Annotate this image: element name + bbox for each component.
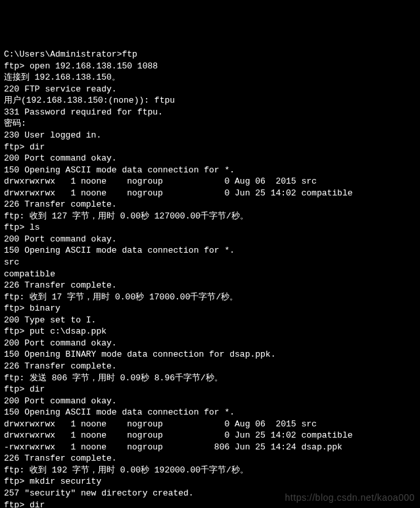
terminal-line: 226 Transfer complete. bbox=[4, 280, 416, 292]
terminal-line: ftp: 收到 192 字节，用时 0.00秒 192000.00千字节/秒。 bbox=[4, 465, 416, 476]
terminal-line: -rwxrwxrwx 1 noone nogroup 806 Jun 25 14… bbox=[4, 442, 416, 453]
terminal-line: src bbox=[4, 257, 416, 268]
terminal-line: compatible bbox=[4, 268, 416, 280]
terminal-line: drwxrwxrwx 1 noone nogroup 0 Aug 06 2015… bbox=[4, 176, 416, 188]
terminal-line: drwxrwxrwx 1 noone nogroup 0 Aug 06 2015… bbox=[4, 419, 416, 430]
terminal-line: 150 Opening ASCII mode data connection f… bbox=[4, 165, 416, 176]
terminal-line: ftp> dir bbox=[4, 499, 416, 508]
terminal-line: ftp> put c:\dsap.ppk bbox=[4, 326, 416, 338]
terminal-output[interactable]: C:\Users\Administrator>ftpftp> open 192.… bbox=[4, 49, 416, 508]
terminal-line: 150 Opening BINARY mode data connection … bbox=[4, 349, 416, 361]
terminal-line: ftp: 发送 806 字节，用时 0.09秒 8.96千字节/秒。 bbox=[4, 372, 416, 384]
terminal-line: C:\Users\Administrator>ftp bbox=[4, 49, 416, 61]
terminal-line: 226 Transfer complete. bbox=[4, 199, 416, 211]
terminal-line: 200 Type set to I. bbox=[4, 315, 416, 326]
terminal-line: 用户(192.168.138.150:(none)): ftpu bbox=[4, 95, 416, 107]
terminal-line: ftp> binary bbox=[4, 303, 416, 315]
terminal-line: ftp> dir bbox=[4, 384, 416, 395]
terminal-line: ftp> ls bbox=[4, 222, 416, 234]
terminal-line: 150 Opening ASCII mode data connection f… bbox=[4, 245, 416, 257]
terminal-line: ftp> dir bbox=[4, 141, 416, 153]
terminal-line: 220 FTP service ready. bbox=[4, 84, 416, 95]
terminal-line: 200 Port command okay. bbox=[4, 234, 416, 245]
terminal-line: 150 Opening ASCII mode data connection f… bbox=[4, 407, 416, 419]
terminal-line: 200 Port command okay. bbox=[4, 395, 416, 407]
terminal-line: ftp: 收到 127 字节，用时 0.00秒 127000.00千字节/秒。 bbox=[4, 211, 416, 222]
terminal-line: 226 Transfer complete. bbox=[4, 361, 416, 372]
terminal-line: 连接到 192.168.138.150。 bbox=[4, 72, 416, 84]
terminal-line: ftp: 收到 17 字节，用时 0.00秒 17000.00千字节/秒。 bbox=[4, 292, 416, 303]
terminal-line: drwxrwxrwx 1 noone nogroup 0 Jun 25 14:0… bbox=[4, 430, 416, 442]
terminal-line: drwxrwxrwx 1 noone nogroup 0 Jun 25 14:0… bbox=[4, 188, 416, 199]
terminal-line: 331 Password required for ftpu. bbox=[4, 107, 416, 118]
terminal-line: 257 "security" new directory created. bbox=[4, 488, 416, 499]
terminal-line: ftp> mkdir security bbox=[4, 476, 416, 488]
terminal-line: 230 User logged in. bbox=[4, 130, 416, 141]
terminal-line: 200 Port command okay. bbox=[4, 338, 416, 349]
terminal-line: 200 Port command okay. bbox=[4, 153, 416, 165]
terminal-line: ftp> open 192.168.138.150 1088 bbox=[4, 61, 416, 72]
terminal-line: 密码: bbox=[4, 118, 416, 130]
terminal-line: 226 Transfer complete. bbox=[4, 453, 416, 465]
